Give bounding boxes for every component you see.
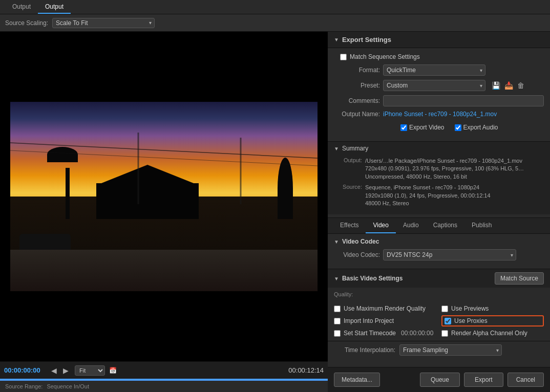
export-video-check-item: Export Video [400,124,445,131]
source-scaling-select-wrap[interactable]: Scale To Fit Scale To Fill Stretch To Fi… [52,18,155,28]
preset-select[interactable]: Custom Match Source [383,80,485,91]
import-into-project-item: Import Into Project [334,315,436,326]
time-interp-label: Time Interpolation: [334,346,395,354]
right-panel: ▼ Export Settings Match Sequence Setting… [328,32,550,392]
render-alpha-checkbox[interactable] [441,330,448,337]
tab-captions[interactable]: Captions [426,218,464,233]
summary-collapse-arrow[interactable]: ▼ [334,146,339,151]
progress-bar [0,379,328,381]
comments-row: Comments: [334,95,544,106]
basic-video-settings-header: ▼ Basic Video Settings Match Source [328,269,550,288]
metadata-button[interactable]: Metadata... [334,373,380,387]
preset-save-btn[interactable]: 💾 [491,80,501,91]
queue-button[interactable]: Queue [420,373,460,387]
summary-body: Output: /Users/…le Package/iPhone Sunset… [328,155,550,214]
summary-source-row: Source: Sequence, iPhone Sunset - rec709… [334,184,544,207]
tab-video[interactable]: Video [366,218,395,233]
summary-title: Summary [342,145,368,152]
cancel-button[interactable]: Cancel [507,373,544,387]
basic-video-collapse-arrow[interactable]: ▼ [334,276,339,281]
set-start-timecode-checkbox[interactable] [334,330,341,337]
use-previews-checkbox[interactable] [441,306,448,312]
export-checkboxes: Export Video Export Audio [334,122,544,133]
render-alpha-item: Render Alpha Channel Only [441,330,544,337]
match-sequence-label: Match Sequence Settings [350,53,420,60]
play-back-btn[interactable]: ◀ [49,365,59,376]
timecode-right: 00:00:12:14 [288,366,324,374]
use-max-render-checkbox[interactable] [334,306,341,312]
codec-tabs-bar: Effects Video Audio Captions Publish [328,217,550,234]
preset-select-wrap[interactable]: Custom Match Source [383,80,485,91]
timecode-left: 00:00:00:00 [4,366,45,374]
export-audio-label: Export Audio [463,124,498,131]
video-codec-select[interactable]: DV25 NTSC 24p H.264 ProRes 422 [383,249,516,260]
format-select[interactable]: QuickTime H.264 HEVC MPEG-4 [383,64,485,76]
action-buttons: Queue Export Cancel [420,373,544,387]
preset-row: Preset: Custom Match Source 💾 📥 🗑 [334,80,544,91]
export-video-label: Export Video [409,124,445,131]
export-audio-checkbox[interactable] [455,124,461,131]
time-interp-select-wrap[interactable]: Frame Sampling Frame Blending Optical Fl… [399,344,502,356]
format-select-wrap[interactable]: QuickTime H.264 HEVC MPEG-4 [383,64,485,76]
import-into-project-checkbox[interactable] [334,318,341,324]
export-video-checkbox[interactable] [400,124,407,131]
summary-output-value: /Users/…le Package/iPhone Sunset - rec70… [365,157,524,181]
match-sequence-row: Match Sequence Settings [334,53,544,60]
timecode-value: 00:00:00:00 [401,330,433,337]
preset-delete-btn[interactable]: 🗑 [516,80,525,91]
import-into-project-label: Import Into Project [344,317,394,324]
video-codec-section: ▼ Video Codec Video Codec: DV25 NTSC 24p… [328,234,550,269]
match-sequence-checkbox[interactable] [340,54,347,60]
basic-video-title: Basic Video Settings [342,275,403,282]
video-codec-select-wrap[interactable]: DV25 NTSC 24p H.264 ProRes 422 [383,249,516,260]
svg-line-1 [10,150,318,166]
use-max-render-item: Use Maximum Render Quality [334,305,436,312]
use-proxies-item: Use Proxies [441,315,544,326]
bottom-buttons: Metadata... Queue Export Cancel [328,367,550,392]
source-scaling-select[interactable]: Scale To Fit Scale To Fill Stretch To Fi… [52,18,155,28]
svg-line-0 [10,143,318,158]
summary-header[interactable]: ▼ Summary [328,142,550,155]
video-codec-label: Video Codec: [334,251,380,258]
tab-output-inactive[interactable]: Output [5,1,38,14]
tab-publish[interactable]: Publish [464,218,499,233]
play-controls: ◀ ▶ [49,365,71,376]
summary-output-key: Output: [334,157,362,181]
output-name-row: Output Name: iPhone Sunset - rec709 - 10… [334,111,544,118]
collapse-export-arrow[interactable]: ▼ [334,37,339,42]
timeline-controls: 00:00:00:00 ◀ ▶ Fit 25% 50% 100% 📅 00:00… [0,361,328,379]
bottom-checkboxes: Use Maximum Render Quality Use Previews … [328,301,550,341]
use-previews-item: Use Previews [441,305,544,312]
tab-effects[interactable]: Effects [333,218,366,233]
calendar-icon[interactable]: 📅 [109,367,117,374]
source-range-value: Sequence In/Out [47,383,89,389]
summary-source-key: Source: [334,184,362,207]
summary-section: ▼ Summary Output: /Users/…le Package/iPh… [328,141,550,214]
set-start-timecode-label: Set Start Timecode [344,330,396,337]
export-audio-check-item: Export Audio [455,124,498,131]
format-row: Format: QuickTime H.264 HEVC MPEG-4 [334,64,544,76]
output-name-label: Output Name: [334,111,380,118]
format-label: Format: [334,67,380,74]
settings-body: Match Sequence Settings Format: QuickTim… [328,48,550,141]
comments-input[interactable] [383,95,544,106]
time-interp-select[interactable]: Frame Sampling Frame Blending Optical Fl… [399,344,502,356]
left-panel: 00:00:00:00 ◀ ▶ Fit 25% 50% 100% 📅 00:00… [0,32,328,392]
quality-label: Quality: [334,291,353,297]
tab-audio[interactable]: Audio [396,218,426,233]
preset-import-btn[interactable]: 📥 [503,80,514,91]
export-button[interactable]: Export [464,373,503,387]
match-source-button[interactable]: Match Source [495,272,544,285]
source-scaling-label: Source Scaling: [5,19,48,27]
tab-output-active[interactable]: Output [38,1,71,14]
export-settings-header: ▼ Export Settings [328,32,550,48]
use-previews-label: Use Previews [451,305,489,312]
play-fwd-btn[interactable]: ▶ [61,365,71,376]
time-interpolation-row: Time Interpolation: Frame Sampling Frame… [328,341,550,359]
fit-select[interactable]: Fit 25% 50% 100% [75,365,105,376]
output-name-link[interactable]: iPhone Sunset - rec709 - 1080p24_1.mov [383,111,497,118]
codec-collapse-arrow[interactable]: ▼ [334,239,339,245]
use-proxies-checkbox[interactable] [445,318,451,324]
set-start-timecode-item: Set Start Timecode 00:00:00:00 [334,330,436,337]
preset-actions: 💾 📥 🗑 [491,80,525,91]
